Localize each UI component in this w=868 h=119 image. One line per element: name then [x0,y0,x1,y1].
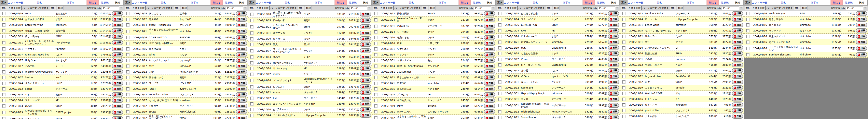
col-header-artist[interactable]: 歌手名 [551,0,582,5]
vote-button[interactable]: ▶ 投票 [236,58,247,63]
vote-button[interactable]: ▶ 投票 [732,103,743,107]
vote-button[interactable]: ▶ 投票 [732,17,743,22]
row-checkbox[interactable] [126,99,129,102]
vote-button[interactable]: ▶ 投票 [360,25,371,29]
row-checkbox[interactable] [622,86,625,89]
row-checkbox[interactable] [2,59,5,62]
vote-button[interactable]: ▶ 投票 [608,11,619,16]
row-checkbox[interactable] [2,35,5,38]
col-header-status[interactable]: 状態 [111,0,124,5]
select-all-button[interactable]: 選択 [298,6,304,10]
status-filter-dropdown[interactable]: すべて ▼ [598,6,619,10]
vote-button[interactable]: ▶ 投票 [112,58,123,63]
row-checkbox[interactable] [622,57,625,61]
vote-button[interactable]: ▶ 投票 [608,40,619,44]
vote-button[interactable]: ▶ 投票 [236,86,247,91]
row-checkbox[interactable] [126,76,129,79]
vote-button[interactable]: ▶ 投票 [236,52,247,57]
vote-button[interactable]: ▶ 投票 [484,70,495,74]
vote-button[interactable]: ▶ 投票 [732,40,743,44]
col-header-status[interactable]: 状態 [855,0,868,5]
col-header-entry-date[interactable]: エントリー日 [255,0,272,5]
select-all-button[interactable]: 選択 [174,6,180,10]
row-checkbox[interactable] [374,47,377,51]
vote-button[interactable]: ▶ 投票 [484,41,495,46]
vote-button[interactable]: ▶ 投票 [608,45,619,50]
row-checkbox[interactable] [374,99,377,102]
col-header-entry-date[interactable]: エントリー日 [627,0,644,5]
vote-button[interactable]: ▶ 投票 [112,52,123,57]
col-header-song[interactable]: 曲名 [396,0,427,5]
row-checkbox[interactable] [374,18,377,22]
delete-selected-button[interactable]: 選択した曲を削除 [373,6,394,10]
row-checkbox[interactable] [2,29,5,33]
vote-button[interactable]: ▶ 投票 [608,109,619,114]
vote-button[interactable]: ▶ 投票 [360,107,371,112]
vote-button[interactable]: ▶ 投票 [608,80,619,84]
col-header-artist[interactable]: 歌手名 [179,0,210,5]
col-header-entry-date[interactable]: エントリー日 [131,0,148,5]
vote-button[interactable]: ▶ 投票 [608,23,619,27]
col-header-song[interactable]: 曲名 [24,0,55,5]
col-header-votes[interactable]: 投票数 [99,0,111,5]
row-checkbox[interactable] [374,93,377,96]
vote-button[interactable]: ▶ 投票 [484,30,495,34]
row-checkbox[interactable] [2,18,5,21]
deselect-all-button[interactable]: 解除 [305,6,312,10]
deselect-all-button[interactable]: 解除 [429,6,436,10]
vote-button[interactable]: ▶ 投票 [732,45,743,50]
row-checkbox[interactable] [374,110,377,114]
select-all-button[interactable]: 選択 [50,6,56,10]
row-checkbox[interactable] [622,97,625,101]
row-checkbox[interactable] [374,59,377,62]
row-checkbox[interactable] [126,24,129,27]
row-checkbox[interactable] [622,35,625,38]
row-checkbox[interactable] [498,75,501,78]
row-checkbox[interactable] [126,42,129,45]
col-header-select[interactable]: 選択 [372,0,379,5]
status-filter-dropdown[interactable]: すべて ▼ [474,6,495,10]
vote-button[interactable]: ▶ 投票 [360,72,371,77]
row-checkbox[interactable] [2,93,5,96]
row-checkbox[interactable] [250,114,253,117]
col-header-select[interactable]: 選択 [496,0,503,5]
vote-button[interactable]: ▶ 投票 [236,17,247,22]
vote-button[interactable]: ▶ 投票 [360,12,371,16]
vote-button[interactable]: ▶ 投票 [608,115,619,119]
vote-button[interactable]: ▶ 投票 [360,55,371,60]
vote-button[interactable]: ▶ 投票 [484,104,495,108]
vote-button[interactable]: ▶ 投票 [360,18,371,23]
col-header-rank-sorted[interactable]: 順位▲ [830,0,843,5]
status-filter-dropdown[interactable]: すべて ▼ [350,6,371,10]
row-checkbox[interactable] [622,103,625,107]
col-header-artist[interactable]: 歌手名 [427,0,458,5]
delete-selected-button[interactable]: 選択した曲を削除 [621,6,642,10]
row-checkbox[interactable] [374,25,377,28]
row-checkbox[interactable] [498,46,501,49]
vote-button[interactable]: ▶ 投票 [360,113,371,118]
row-checkbox[interactable] [2,105,5,108]
row-checkbox[interactable] [374,116,377,119]
col-header-rank-sorted[interactable]: 順位▲ [582,0,595,5]
col-header-votes[interactable]: 投票数 [223,0,235,5]
col-header-song[interactable]: 曲名 [148,0,179,5]
row-checkbox[interactable] [126,116,129,119]
vote-button[interactable]: ▶ 投票 [608,17,619,22]
vote-button[interactable]: ▶ 投票 [484,58,495,63]
row-checkbox[interactable] [498,92,501,95]
row-checkbox[interactable] [498,18,501,21]
row-checkbox[interactable] [250,32,253,35]
row-checkbox[interactable] [622,46,625,49]
vote-button[interactable]: ▶ 投票 [484,92,495,97]
row-checkbox[interactable] [374,76,377,79]
deselect-all-button[interactable]: 解除 [677,6,684,10]
vote-button[interactable]: ▶ 投票 [360,48,371,53]
vote-button[interactable]: ▶ 投票 [484,11,495,16]
vote-button[interactable]: ▶ 投票 [236,23,247,27]
row-checkbox[interactable] [746,12,749,15]
vote-button[interactable]: ▶ 投票 [236,98,247,103]
row-checkbox[interactable] [250,37,253,41]
vote-button[interactable]: ▶ 投票 [856,52,867,57]
status-filter-dropdown[interactable]: すべて ▼ [722,6,743,10]
col-header-votes[interactable]: 投票数 [719,0,731,5]
